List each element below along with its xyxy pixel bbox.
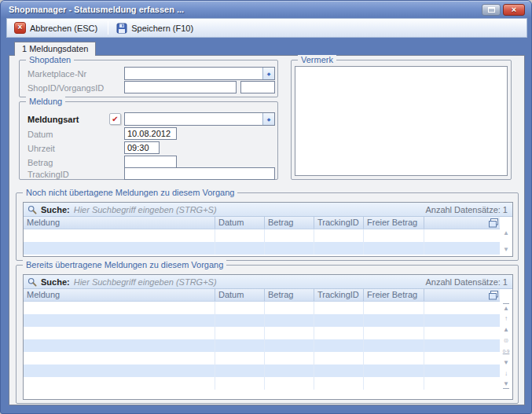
group-vermerk: Vermerk (291, 60, 512, 180)
grid-row[interactable] (24, 352, 500, 365)
window-title: Shopmanager - Statusmeldung erfassen ... (9, 5, 482, 14)
grid-row[interactable] (24, 229, 500, 242)
betrag-label: Betrag (28, 156, 53, 169)
required-check-icon[interactable]: ✔ (109, 113, 121, 125)
datum-label: Datum (28, 128, 53, 141)
uhrzeit-input[interactable] (124, 141, 160, 154)
group-shopdaten: Shopdaten Marketplace-Nr ◆ ShopID/Vorgan… (19, 60, 278, 97)
meldungsart-input[interactable] (125, 113, 262, 125)
record-indicator-icon[interactable]: (|) (501, 335, 512, 346)
meldungsart-dropdown-button[interactable]: ◆ (262, 113, 274, 125)
meldungsart-combobox[interactable]: ◆ (124, 112, 275, 126)
transferred-grid: Suche: Hier Suchbegriff eingeben (STRG+S… (23, 274, 513, 400)
transferred-grid-nav: ▲ ↑ ▲ (|) 0-9 ▼ ↓ ▼ (500, 289, 512, 399)
column-header-extra (424, 217, 500, 229)
grid-row[interactable] (24, 302, 500, 314)
search-label: Suche: (41, 277, 70, 287)
grid-row[interactable] (24, 365, 500, 377)
grid-row[interactable] (24, 339, 500, 352)
group-pending-meldungen: Noch nicht übertagene Meldungen zu diese… (16, 192, 519, 261)
column-header-meldung[interactable]: Meldung (24, 217, 215, 229)
search-placeholder: Hier Suchbegriff eingeben (STRG+S) (74, 277, 422, 287)
betrag-input[interactable] (124, 156, 177, 168)
meldungsart-label: Meldungsart (28, 113, 79, 126)
scroll-down-icon[interactable]: ▼ (503, 246, 509, 254)
column-header-datum[interactable]: Datum (215, 217, 265, 229)
scroll-up-icon[interactable]: ▲ (503, 229, 509, 237)
restore-icon (488, 7, 495, 13)
save-icon (116, 23, 127, 34)
column-header-trackingid[interactable]: TrackingID (314, 289, 364, 301)
column-header-extra (424, 289, 500, 301)
uhrzeit-label: Uhrzeit (28, 142, 55, 155)
shopid-input[interactable] (124, 81, 237, 93)
record-count: Anzahl Datensätze: 1 (425, 277, 508, 287)
trackingid-input[interactable] (124, 167, 275, 180)
grid-row[interactable] (24, 314, 500, 327)
grid-row[interactable] (24, 242, 500, 255)
chevron-down-icon: ◆ (267, 116, 271, 122)
group-meldung: Meldung Meldungsart ✔ ◆ Datum Uhrzeit Be… (19, 101, 278, 180)
search-label: Suche: (41, 205, 70, 214)
go-last-icon[interactable]: ▼ (501, 379, 512, 390)
column-header-betrag[interactable]: Betrag (265, 289, 314, 301)
column-chooser-icon[interactable] (489, 291, 498, 300)
chevron-down-icon: ◆ (267, 71, 271, 76)
grid-row[interactable] (24, 327, 500, 339)
cancel-button[interactable]: × Abbrechen (ESC) (10, 20, 104, 36)
marketplace-label: Marketplace-Nr (28, 68, 86, 80)
scroll-up-icon[interactable]: ▲ (501, 324, 512, 335)
marketplace-combobox[interactable]: ◆ (124, 67, 275, 80)
pending-grid-header: Meldung Datum Betrag TrackingID Freier B… (24, 217, 500, 229)
save-button[interactable]: Speichern (F10) (112, 20, 200, 36)
move-up-icon[interactable]: ↑ (501, 313, 512, 324)
column-header-freier-betrag[interactable]: Freier Betrag (364, 217, 424, 229)
column-header-datum[interactable]: Datum (215, 289, 265, 301)
toolbar-separator (108, 21, 108, 35)
group-pending-title: Noch nicht übertagene Meldungen zu diese… (23, 188, 237, 198)
close-icon: × (512, 5, 516, 14)
column-chooser-icon[interactable] (489, 218, 498, 228)
transferred-search-bar[interactable]: Suche: Hier Suchbegriff eingeben (STRG+S… (24, 275, 512, 289)
sort-icon[interactable]: 0-9 (501, 346, 512, 357)
go-first-icon[interactable]: ▲ (501, 302, 512, 313)
column-header-meldung[interactable]: Meldung (24, 289, 215, 301)
record-count: Anzahl Datensätze: 1 (425, 205, 508, 214)
group-transferred-meldungen: Bereits übertragene Meldungen zu diesem … (16, 265, 519, 404)
save-button-label: Speichern (F10) (131, 24, 193, 33)
shopid-label: ShopID/VorgangsID (28, 82, 104, 94)
pending-search-bar[interactable]: Suche: Hier Suchbegriff eingeben (STRG+S… (24, 203, 512, 217)
cancel-button-label: Abbrechen (ESC) (30, 24, 97, 33)
marketplace-input[interactable] (125, 68, 262, 79)
datum-input[interactable] (124, 127, 177, 140)
group-meldung-title: Meldung (26, 97, 65, 107)
trackingid-label: TrackingID (28, 168, 69, 181)
search-placeholder: Hier Suchbegriff eingeben (STRG+S) (74, 205, 422, 214)
vorgangsid-input[interactable] (240, 81, 275, 93)
dialog-window: Shopmanager - Statusmeldung erfassen ...… (0, 0, 532, 414)
column-header-freier-betrag[interactable]: Freier Betrag (364, 289, 424, 301)
marketplace-dropdown-button[interactable]: ◆ (262, 68, 274, 79)
tab-page: Shopdaten Marketplace-Nr ◆ ShopID/Vorgan… (9, 55, 525, 405)
tab-label: 1 Meldungsdaten (22, 44, 88, 53)
transferred-grid-header: Meldung Datum Betrag TrackingID Freier B… (24, 289, 500, 302)
cancel-icon: × (14, 22, 26, 34)
titlebar[interactable]: Shopmanager - Statusmeldung erfassen ...… (1, 1, 531, 18)
restore-button[interactable] (482, 4, 501, 16)
toolbar: × Abbrechen (ESC) Speichern (F10) (6, 18, 527, 38)
pending-grid: Suche: Hier Suchbegriff eingeben (STRG+S… (23, 202, 513, 257)
column-header-trackingid[interactable]: TrackingID (314, 217, 364, 229)
group-transferred-title: Bereits übertragene Meldungen zu diesem … (23, 260, 226, 270)
search-icon (28, 205, 37, 214)
group-vermerk-title: Vermerk (298, 55, 336, 65)
move-down-icon[interactable]: ↓ (501, 368, 512, 379)
column-header-betrag[interactable]: Betrag (265, 217, 314, 229)
scroll-down-icon[interactable]: ▼ (501, 357, 512, 368)
vermerk-textarea[interactable] (295, 66, 508, 176)
search-icon (28, 277, 37, 287)
group-shopdaten-title: Shopdaten (26, 55, 74, 65)
tab-meldungsdaten[interactable]: 1 Meldungsdaten (14, 42, 96, 56)
close-button[interactable]: × (503, 4, 525, 16)
grid-row[interactable] (24, 377, 500, 390)
pending-grid-scrollbar: ▲ ▼ (500, 217, 512, 256)
